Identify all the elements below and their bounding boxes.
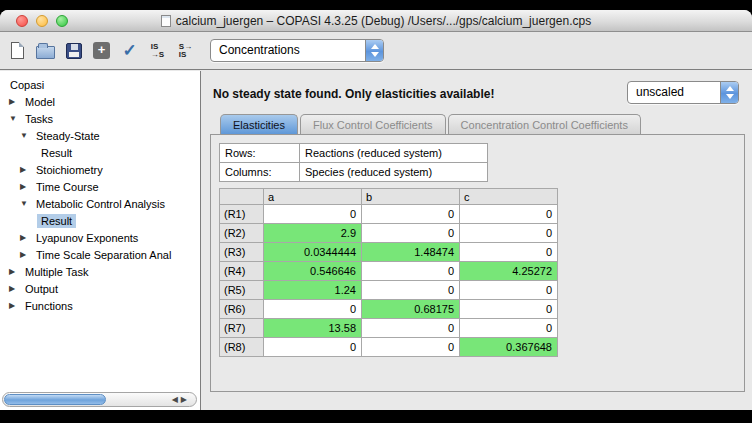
matrix-cell[interactable]: 1.24 bbox=[264, 281, 362, 300]
matrix-cell[interactable]: 0.0344444 bbox=[264, 243, 362, 262]
column-header-a[interactable]: a bbox=[264, 189, 362, 205]
disclosure-collapsed-icon[interactable]: ▶ bbox=[9, 267, 21, 276]
matrix-cell[interactable]: 0 bbox=[460, 300, 558, 319]
check-model-button[interactable]: ✓ bbox=[117, 37, 142, 65]
matrix-cell[interactable]: 0 bbox=[264, 338, 362, 357]
tree-item-multiple-task[interactable]: ▶Multiple Task bbox=[0, 263, 200, 280]
disclosure-collapsed-icon[interactable]: ▶ bbox=[20, 250, 32, 259]
disclosure-collapsed-icon[interactable]: ▶ bbox=[9, 301, 21, 310]
tree-item-label: Copasi bbox=[6, 78, 48, 92]
tree-item-label: Tasks bbox=[21, 112, 57, 126]
disclosure-collapsed-icon[interactable]: ▶ bbox=[20, 182, 32, 191]
scrollbar-arrows-icon[interactable]: ◀▶ bbox=[172, 395, 190, 404]
matrix-cell[interactable]: 0 bbox=[460, 319, 558, 338]
matrix-cell[interactable]: 0 bbox=[460, 243, 558, 262]
matrix-row: (R6)00.681750 bbox=[220, 300, 558, 319]
close-window-button[interactable] bbox=[16, 15, 28, 27]
tree-item-result[interactable]: Result bbox=[0, 212, 200, 229]
matrix-row: (R1)000 bbox=[220, 205, 558, 224]
matrix-cell[interactable]: 0 bbox=[460, 224, 558, 243]
tree-item-lyapunov-exponents[interactable]: ▶Lyapunov Exponents bbox=[0, 229, 200, 246]
checkmark-icon: ✓ bbox=[122, 42, 136, 59]
open-file-button[interactable] bbox=[33, 37, 58, 65]
expand-model-button[interactable]: + bbox=[89, 37, 114, 65]
row-header-r8: (R8) bbox=[220, 338, 264, 357]
scale-select[interactable]: unscaled bbox=[627, 81, 739, 104]
concentrations-select[interactable]: Concentrations bbox=[210, 39, 384, 62]
tree-item-metabolic-control-analysis[interactable]: ▼Metabolic Control Analysis bbox=[0, 195, 200, 212]
scrollbar-thumb[interactable] bbox=[4, 394, 106, 405]
disclosure-expanded-icon[interactable]: ▼ bbox=[20, 131, 32, 140]
results-frame: Rows: Reactions (reduced system) Columns… bbox=[210, 134, 745, 392]
combo-stepper-icon bbox=[365, 40, 383, 61]
matrix-cell[interactable]: 0 bbox=[362, 224, 460, 243]
new-file-icon bbox=[11, 42, 24, 59]
tab-bar: ElasticitiesFlux Control CoefficientsCon… bbox=[220, 114, 643, 134]
title-bar[interactable]: calcium_juergen – COPASI 4.3.25 (Debug) … bbox=[0, 10, 752, 32]
is-to-s-button[interactable]: IS →S bbox=[145, 37, 170, 65]
tree-item-model[interactable]: ▶Model bbox=[0, 93, 200, 110]
tree-item-functions[interactable]: ▶Functions bbox=[0, 297, 200, 314]
matrix-cell[interactable]: 0.367648 bbox=[460, 338, 558, 357]
matrix-cell[interactable]: 4.25272 bbox=[460, 262, 558, 281]
matrix-cell[interactable]: 0 bbox=[264, 205, 362, 224]
tree-item-label: Output bbox=[21, 282, 62, 296]
tab-concentration-control-coefficients[interactable]: Concentration Control Coefficients bbox=[448, 114, 641, 134]
is-to-s-icon: IS →S bbox=[151, 43, 164, 59]
tree-item-label: Steady-State bbox=[32, 129, 104, 143]
matrix-cell[interactable]: 13.58 bbox=[264, 319, 362, 338]
matrix-cell[interactable]: 0 bbox=[362, 205, 460, 224]
matrix-cell[interactable]: 0 bbox=[362, 338, 460, 357]
new-file-button[interactable] bbox=[5, 37, 30, 65]
matrix-cell[interactable]: 0.546646 bbox=[264, 262, 362, 281]
tree-item-time-course[interactable]: ▶Time Course bbox=[0, 178, 200, 195]
status-message: No steady state found. Only elasticities… bbox=[213, 87, 494, 101]
tree-item-result[interactable]: Result bbox=[0, 144, 200, 161]
s-to-is-button[interactable]: S→ IS bbox=[173, 37, 198, 65]
save-file-button[interactable] bbox=[61, 37, 86, 65]
tree-item-label: Stoichiometry bbox=[32, 163, 107, 177]
matrix-cell[interactable]: 0 bbox=[362, 262, 460, 281]
tree-item-steady-state[interactable]: ▼Steady-State bbox=[0, 127, 200, 144]
window-title-area: calcium_juergen – COPASI 4.3.25 (Debug) … bbox=[0, 10, 752, 31]
tree-item-output[interactable]: ▶Output bbox=[0, 280, 200, 297]
disclosure-expanded-icon[interactable]: ▼ bbox=[9, 114, 21, 123]
concentrations-select-value: Concentrations bbox=[211, 40, 365, 61]
matrix-cell[interactable]: 0 bbox=[460, 205, 558, 224]
matrix-cell[interactable]: 2.9 bbox=[264, 224, 362, 243]
disclosure-collapsed-icon[interactable]: ▶ bbox=[20, 165, 32, 174]
column-header-b[interactable]: b bbox=[362, 189, 460, 205]
tree-item-label: Multiple Task bbox=[21, 265, 92, 279]
tree-item-tasks[interactable]: ▼Tasks bbox=[0, 110, 200, 127]
disclosure-collapsed-icon[interactable]: ▶ bbox=[20, 233, 32, 242]
tree-item-time-scale-separation-anal[interactable]: ▶Time Scale Separation Anal bbox=[0, 246, 200, 263]
matrix-body: (R1)000(R2)2.900(R3)0.03444441.484740(R4… bbox=[220, 205, 558, 357]
matrix-cell[interactable]: 0 bbox=[264, 300, 362, 319]
copasi-window: calcium_juergen – COPASI 4.3.25 (Debug) … bbox=[0, 10, 752, 410]
disclosure-expanded-icon[interactable]: ▼ bbox=[20, 199, 32, 208]
tree-item-label: Result bbox=[37, 146, 76, 160]
row-header-r4: (R4) bbox=[220, 262, 264, 281]
minimize-window-button[interactable] bbox=[36, 15, 48, 27]
window-controls bbox=[16, 15, 68, 27]
tab-flux-control-coefficients[interactable]: Flux Control Coefficients bbox=[300, 114, 446, 134]
tree-item-copasi[interactable]: Copasi bbox=[0, 76, 200, 93]
row-header-r2: (R2) bbox=[220, 224, 264, 243]
disclosure-collapsed-icon[interactable]: ▶ bbox=[9, 284, 21, 293]
rows-label: Rows: bbox=[220, 144, 300, 163]
matrix-header-row: abc bbox=[220, 189, 558, 205]
matrix-cell[interactable]: 0 bbox=[362, 319, 460, 338]
tree-item-label: Metabolic Control Analysis bbox=[32, 197, 169, 211]
open-folder-icon bbox=[36, 46, 55, 59]
matrix-cell[interactable]: 0 bbox=[460, 281, 558, 300]
matrix-cell[interactable]: 1.48474 bbox=[362, 243, 460, 262]
tree-item-stoichiometry[interactable]: ▶Stoichiometry bbox=[0, 161, 200, 178]
matrix-cell[interactable]: 0 bbox=[362, 281, 460, 300]
tree-item-label: Functions bbox=[21, 299, 77, 313]
column-header-c[interactable]: c bbox=[460, 189, 558, 205]
tab-elasticities[interactable]: Elasticities bbox=[220, 114, 298, 134]
zoom-window-button[interactable] bbox=[56, 15, 68, 27]
horizontal-scrollbar[interactable]: ◀▶ bbox=[2, 392, 197, 407]
matrix-cell[interactable]: 0.68175 bbox=[362, 300, 460, 319]
disclosure-collapsed-icon[interactable]: ▶ bbox=[9, 97, 21, 106]
